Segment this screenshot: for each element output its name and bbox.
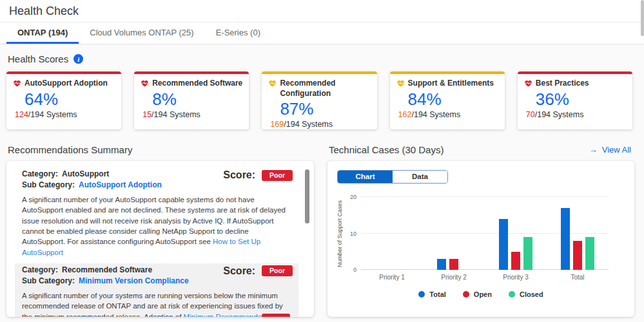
y-tick-label: 0 xyxy=(353,267,356,273)
score-percent: 84% xyxy=(408,90,498,109)
card-title-label: Best Practices xyxy=(536,79,589,89)
recommendation-text: A significant number of your AutoSupport… xyxy=(22,194,293,258)
y-tick-label: 10 xyxy=(350,231,356,237)
score-card-recommended-software: Recommended Software 8% 15/194 Systems xyxy=(134,71,249,129)
x-tick-label: Total xyxy=(547,274,609,281)
recommendations-list: Category:AutoSupport Sub Category:AutoSu… xyxy=(6,161,314,317)
recommendations-scrollbar-thumb[interactable] xyxy=(305,169,309,223)
category-value: AutoSupport xyxy=(62,169,109,178)
score-badge: Poor xyxy=(262,265,293,276)
bar-groups xyxy=(361,197,609,270)
legend-item: Closed xyxy=(509,290,543,298)
recommendations-summary-title: Recommendations Summary xyxy=(8,144,132,155)
x-axis-labels: Priority 1Priority 2Priority 3Total xyxy=(361,274,609,281)
systems-total: /194 Systems xyxy=(151,110,200,119)
y-axis-label: Number of Support Cases xyxy=(337,197,346,270)
score-card-autosupport-adoption: AutoSupport Adoption 64% 124/194 Systems xyxy=(6,71,121,129)
heart-pulse-icon xyxy=(141,79,149,88)
bar-closed xyxy=(585,237,594,270)
technical-cases-title: Technical Cases (30 Days) xyxy=(329,144,444,155)
category-label: Category: xyxy=(22,169,58,178)
sub-category-label: Sub Category: xyxy=(22,276,75,285)
x-tick-label: Priority 1 xyxy=(361,274,423,281)
toggle-chart-button[interactable]: Chart xyxy=(338,171,393,183)
chart-legend: TotalOpenClosed xyxy=(337,290,625,298)
score-percent: 87% xyxy=(280,99,370,119)
score-badge: Poor xyxy=(262,170,293,181)
category-label: Category: xyxy=(22,265,58,274)
bar-open xyxy=(511,252,520,270)
recommendation-item-recommended-software: Category:Recommended Software Sub Catego… xyxy=(15,263,298,317)
bar-total xyxy=(561,208,570,270)
legend-item: Open xyxy=(463,290,492,298)
content: Health Scores i AutoSupport Adoption 64%… xyxy=(0,44,644,317)
chart-data-toggle: Chart Data xyxy=(337,170,448,184)
systems-count: 70 xyxy=(526,110,535,119)
score-percent: 64% xyxy=(24,90,115,109)
heart-pulse-icon xyxy=(524,79,532,88)
legend-item: Total xyxy=(418,290,445,298)
score-percent: 8% xyxy=(152,90,242,109)
systems-count: 15 xyxy=(142,110,151,119)
card-title-label: Support & Entitlements xyxy=(408,79,494,89)
bar-group xyxy=(423,197,485,270)
recommendation-text: A significant number of your systems are… xyxy=(22,290,293,317)
tab-ontap[interactable]: ONTAP (194) xyxy=(6,23,79,44)
systems-count: 124 xyxy=(15,110,28,119)
systems-count: 169 xyxy=(270,120,284,129)
health-score-cards: AutoSupport Adoption 64% 124/194 Systems… xyxy=(6,71,632,129)
score-label: Score: xyxy=(223,265,255,277)
recommendation-item-autosupport: Category:AutoSupport Sub Category:AutoSu… xyxy=(15,167,298,263)
health-scores-title: Health Scores xyxy=(8,53,68,64)
sub-category-link[interactable]: AutoSupport Adoption xyxy=(79,180,162,189)
legend-dot-icon xyxy=(418,291,425,298)
view-all-link[interactable]: → View All xyxy=(589,145,631,155)
systems-total: /194 Systems xyxy=(535,110,584,119)
systems-count: 162 xyxy=(398,110,412,119)
heart-pulse-icon xyxy=(268,79,277,88)
y-tick-label: 20 xyxy=(350,194,356,200)
legend-dot-icon xyxy=(509,291,515,298)
score-card-best-practices: Best Practices 36% 70/194 Systems xyxy=(518,71,632,129)
sub-category-link[interactable]: Minimum Version Compliance xyxy=(79,276,189,285)
health-scores-header: Health Scores i xyxy=(8,53,634,64)
support-cases-chart: Number of Support Cases 01020 Priority 1… xyxy=(337,192,625,281)
bar-total xyxy=(499,219,508,270)
score-card-support-entitlements: Support & Entitlements 84% 162/194 Syste… xyxy=(390,71,505,129)
legend-label: Closed xyxy=(520,290,543,298)
card-title-label: AutoSupport Adoption xyxy=(24,79,108,89)
bar-plot: 01020 xyxy=(361,197,609,270)
tab-e-series[interactable]: E-Series (0) xyxy=(205,23,271,44)
recommendations-panel: Category:AutoSupport Sub Category:AutoSu… xyxy=(6,161,314,317)
bar-group xyxy=(485,197,547,270)
heart-pulse-icon xyxy=(13,79,21,88)
legend-dot-icon xyxy=(463,291,469,298)
bar-open xyxy=(449,259,458,270)
arrow-right-icon: → xyxy=(589,145,598,155)
bar-closed xyxy=(523,237,532,270)
legend-label: Total xyxy=(429,290,445,298)
x-tick-label: Priority 3 xyxy=(485,274,547,281)
page-header: Health Check xyxy=(0,0,644,23)
systems-total: /194 Systems xyxy=(28,110,77,119)
page-scrollbar-thumb[interactable] xyxy=(641,0,644,36)
toggle-data-button[interactable]: Data xyxy=(393,171,447,183)
score-percent: 36% xyxy=(536,90,626,109)
heart-pulse-icon xyxy=(396,79,405,88)
systems-total: /194 Systems xyxy=(284,120,333,129)
legend-label: Open xyxy=(474,290,492,298)
card-title-label: Recommended Software xyxy=(152,79,242,89)
info-icon[interactable]: i xyxy=(73,54,83,64)
bar-group xyxy=(361,197,423,270)
card-title-label: Recommended Configuration xyxy=(280,79,370,99)
score-label: Score: xyxy=(223,169,255,181)
tab-cloud-volumes-ontap[interactable]: Cloud Volumes ONTAP (25) xyxy=(79,23,204,44)
systems-total: /194 Systems xyxy=(411,110,460,119)
bar-total xyxy=(437,259,446,270)
tab-bar: ONTAP (194) Cloud Volumes ONTAP (25) E-S… xyxy=(0,23,644,44)
category-value: Recommended Software xyxy=(62,265,152,274)
bar-open xyxy=(573,241,582,270)
sub-category-label: Sub Category: xyxy=(22,180,75,189)
page-title: Health Check xyxy=(9,5,635,18)
technical-cases-panel: Chart Data Number of Support Cases 01020… xyxy=(327,161,634,317)
